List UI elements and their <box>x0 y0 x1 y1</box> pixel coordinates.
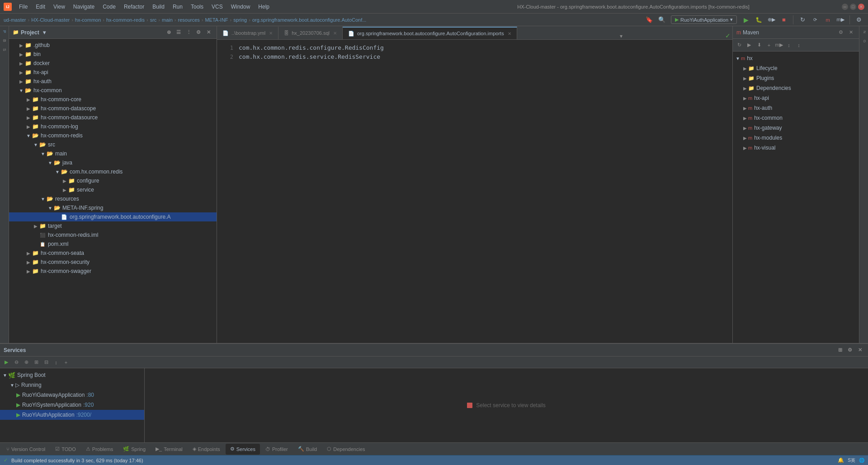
maven-item-lifecycle[interactable]: ▶ 📁 Lifecycle <box>733 63 859 73</box>
tab-sql[interactable]: 🗄 hx_20230706.sql ✕ <box>278 27 343 39</box>
btab-spring[interactable]: 🌿 Spring <box>118 444 150 455</box>
tab-sql-close[interactable]: ✕ <box>333 31 337 36</box>
project-gear-icon[interactable]: ⊕ <box>164 28 173 37</box>
breadcrumb-item[interactable]: spring <box>233 17 247 23</box>
breadcrumb-item[interactable]: hx-common <box>75 17 101 23</box>
structure-side-icon[interactable]: S <box>1 46 8 53</box>
project-icon[interactable]: P <box>1 28 8 35</box>
services-group-icon[interactable]: ⊞ <box>32 358 41 367</box>
maximize-button[interactable]: □ <box>850 4 856 10</box>
status-notification-icon[interactable]: 🔔 <box>838 457 844 463</box>
run-button[interactable]: ▶ <box>741 14 751 25</box>
tree-item-hx-common[interactable]: ▼ 📂 hx-common <box>9 86 217 95</box>
breadcrumb-item[interactable]: org.springframework.boot.autoconfigure.A… <box>252 17 367 23</box>
maven-execute-icon[interactable]: m▶ <box>835 14 846 25</box>
menu-run[interactable]: Run <box>169 3 186 11</box>
code-editor[interactable]: com.hx.common.redis.configure.RedisConfi… <box>235 40 732 343</box>
minimize-button[interactable]: ─ <box>842 4 848 10</box>
breadcrumb-item[interactable]: main <box>162 17 173 23</box>
maven-item-dependencies[interactable]: ▶ 📁 Dependencies <box>733 83 859 93</box>
btab-todo[interactable]: ☑ TODO <box>51 444 80 455</box>
tab-autoconfigure-close[interactable]: ✕ <box>508 31 511 36</box>
tree-item-target[interactable]: ▶ 📁 target <box>9 221 217 230</box>
git-side-icon[interactable]: G <box>860 37 868 45</box>
btab-terminal[interactable]: ▶_ Terminal <box>151 444 187 455</box>
refresh-button[interactable]: ↻ <box>797 14 808 25</box>
settings-icon[interactable]: ⚙ <box>854 14 864 25</box>
tree-item-iml[interactable]: ▶ ⬛ hx-common-redis.iml <box>9 230 217 240</box>
maven-add-icon[interactable]: + <box>764 41 774 50</box>
tree-item-meta-inf[interactable]: ▼ 📂 META-INF.spring <box>9 203 217 212</box>
tree-item-main[interactable]: ▼ 📂 main <box>9 149 217 158</box>
tab-bootstrap[interactable]: 📄 ..\bootstrap.yml ✕ <box>217 27 278 39</box>
tree-item-hx-common-seata[interactable]: ▶ 📁 hx-common-seata <box>9 249 217 258</box>
maven-download-icon[interactable]: ⬇ <box>755 41 764 50</box>
maven-hide-icon[interactable]: ✕ <box>846 28 855 37</box>
tree-item-hx-common-log[interactable]: ▶ 📁 hx-common-log <box>9 122 217 131</box>
btab-endpoints[interactable]: ◈ Endpoints <box>188 444 225 455</box>
tree-item-hx-api[interactable]: ▶ 📁 hx-api <box>9 68 217 77</box>
menu-navigate[interactable]: Navigate <box>70 3 98 11</box>
svc-item-running[interactable]: ▼ ▷ Running <box>0 380 144 390</box>
svc-item-gateway[interactable]: ▶ RuoYiGatewayApplication :80 <box>0 390 144 400</box>
tree-item-hx-common-core[interactable]: ▶ 📁 hx-common-core <box>9 95 217 104</box>
menu-tools[interactable]: Tools <box>187 3 207 11</box>
tree-item-hx-common-datasource[interactable]: ▶ 📁 hx-common-datasource <box>9 113 217 122</box>
svc-item-spring-boot[interactable]: ▼ 🌿 Spring Boot <box>0 370 144 380</box>
menu-view[interactable]: View <box>50 3 69 11</box>
maven-item-hx-visual[interactable]: ▶ m hx-visual <box>733 143 859 153</box>
tree-item-src[interactable]: ▼ 📂 src <box>9 140 217 149</box>
tree-item-github[interactable]: ▶ 📁 .github <box>9 41 217 50</box>
breadcrumb-item[interactable]: hx-common-redis <box>106 17 145 23</box>
breadcrumb-item[interactable]: HX-Cloud-master <box>31 17 70 23</box>
breadcrumb-item[interactable]: src <box>150 17 157 23</box>
menu-edit[interactable]: Edit <box>32 3 49 11</box>
services-sort-icon[interactable]: ↕ <box>52 358 61 367</box>
menu-window[interactable]: Window <box>227 3 254 11</box>
maven-settings-icon[interactable]: ⚙ <box>836 28 845 37</box>
tabs-overflow-button[interactable]: ▾ <box>616 33 626 39</box>
tree-item-resources[interactable]: ▼ 📂 resources <box>9 194 217 203</box>
sync-button[interactable]: ⟳ <box>810 14 821 25</box>
maven-item-plugins[interactable]: ▶ 📁 Plugins <box>733 73 859 83</box>
close-button[interactable]: ✕ <box>858 4 864 10</box>
menu-file[interactable]: File <box>15 3 31 11</box>
btab-profiler[interactable]: ⏱ Profiler <box>261 444 292 455</box>
maven-collapse-icon[interactable]: ↕ <box>794 41 803 50</box>
tree-item-bin[interactable]: ▶ 📁 bin <box>9 50 217 59</box>
services-expand-icon[interactable]: ⊕ <box>22 358 31 367</box>
project-hide-icon[interactable]: ✕ <box>204 28 213 37</box>
project-options-icon[interactable]: ⋮ <box>184 28 193 37</box>
bookmarks-side-icon[interactable]: B <box>1 37 8 44</box>
tree-item-hx-common-datascope[interactable]: ▶ 📁 hx-common-datascope <box>9 104 217 113</box>
tree-item-autoconfigure[interactable]: ▶ 📄 org.springframework.boot.autoconfigu… <box>9 212 217 221</box>
run-config-selector[interactable]: ▶ RuoYiAuthApplication ▾ <box>671 15 737 24</box>
tree-item-hx-auth[interactable]: ▶ 📁 hx-auth <box>9 77 217 86</box>
maven-item-hx-gateway[interactable]: ▶ m hx-gateway <box>733 123 859 133</box>
services-hide-icon[interactable]: ✕ <box>855 346 864 355</box>
maven-run-icon[interactable]: ▶ <box>745 41 754 50</box>
menu-vcs[interactable]: VCS <box>208 3 226 11</box>
svc-item-auth[interactable]: ▶ RuoYiAuthApplication :9200/ <box>0 410 144 420</box>
breadcrumb-item[interactable]: ud-master <box>4 17 26 23</box>
tree-item-hx-common-redis[interactable]: ▼ 📂 hx-common-redis <box>9 131 217 140</box>
maven-item-hx[interactable]: ▼ m hx <box>733 53 859 63</box>
tree-item-configure[interactable]: ▶ 📁 configure <box>9 176 217 185</box>
maven-exec-icon[interactable]: m▶ <box>774 41 783 50</box>
maven-item-hx-auth[interactable]: ▶ m hx-auth <box>733 103 859 113</box>
tab-autoconfigure[interactable]: 📄 org.springframework.boot.autoconfigure… <box>343 27 517 39</box>
tree-item-hx-common-swagger[interactable]: ▶ 📁 hx-common-swagger <box>9 267 217 276</box>
maven-item-hx-modules[interactable]: ▶ m hx-modules <box>733 133 859 143</box>
notifications-side-icon[interactable]: N <box>860 28 868 36</box>
svc-item-system[interactable]: ▶ RuoYiSystemApplication :920 <box>0 400 144 410</box>
services-maximize-icon[interactable]: ⊞ <box>835 346 844 355</box>
btab-dependencies[interactable]: ⬡ Dependencies <box>322 444 369 455</box>
btab-services[interactable]: ⚙ Services <box>226 444 260 455</box>
tab-bootstrap-close[interactable]: ✕ <box>269 31 273 36</box>
tree-item-hx-common-security[interactable]: ▶ 📁 hx-common-security <box>9 258 217 267</box>
services-stop-button[interactable] <box>467 403 472 408</box>
project-dropdown-icon[interactable]: ▾ <box>43 29 46 36</box>
breadcrumb-item[interactable]: META-INF <box>205 17 228 23</box>
btab-problems[interactable]: ⚠ Problems <box>81 444 118 455</box>
breadcrumb-item[interactable]: resources <box>178 17 199 23</box>
